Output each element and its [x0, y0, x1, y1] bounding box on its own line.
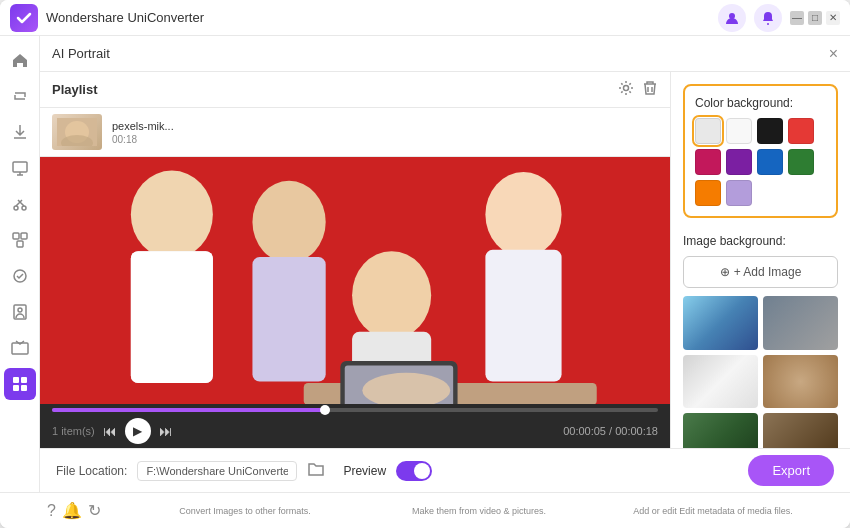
svg-point-3 [14, 206, 18, 210]
image-background-label: Image background: [683, 234, 838, 248]
progress-bar[interactable] [52, 408, 658, 412]
content-area: AI Portrait × Playlist [40, 36, 850, 492]
video-frame [40, 157, 670, 404]
add-image-label: + Add Image [734, 265, 802, 279]
bg-images-grid [683, 296, 838, 448]
progress-fill [52, 408, 325, 412]
sidebar-item-home[interactable] [4, 44, 36, 76]
user-icon-btn[interactable] [718, 4, 746, 32]
panel-header: AI Portrait × [40, 36, 850, 72]
svg-rect-12 [13, 377, 19, 383]
color-background-section: Color background: [683, 84, 838, 218]
bg-image-1[interactable] [683, 296, 758, 350]
add-image-button[interactable]: ⊕ + Add Image [683, 256, 838, 288]
progress-handle[interactable] [320, 405, 330, 415]
panel-close-button[interactable]: × [829, 45, 838, 63]
bg-image-6[interactable] [763, 413, 838, 448]
close-button[interactable]: ✕ [826, 11, 840, 25]
total-time: 00:00:18 [615, 425, 658, 437]
preview-toggle[interactable] [396, 461, 432, 481]
sidebar-item-cut[interactable] [4, 188, 36, 220]
color-swatch-purple[interactable] [726, 149, 752, 175]
panel-body: Playlist [40, 72, 850, 448]
toggle-knob [414, 463, 430, 479]
playlist-settings-icon[interactable] [618, 80, 634, 99]
folder-icon[interactable] [307, 460, 325, 482]
image-background-section: Image background: ⊕ + Add Image [683, 234, 838, 448]
sidebar-item-watermark[interactable] [4, 260, 36, 292]
bg-image-2[interactable] [763, 296, 838, 350]
footer-video-text: Make them from video & pictures. [412, 506, 546, 516]
help-icon[interactable]: ? [47, 502, 56, 520]
svg-rect-29 [485, 250, 561, 382]
bell-icon[interactable]: 🔔 [62, 501, 82, 520]
color-swatch-black[interactable] [757, 118, 783, 144]
color-swatch-dark-blue[interactable] [757, 149, 783, 175]
title-bar: Wondershare UniConverter — □ ✕ [0, 0, 850, 36]
sidebar-item-convert[interactable] [4, 80, 36, 112]
color-grid [695, 118, 826, 206]
list-item[interactable]: pexels-mik... 00:18 [40, 108, 670, 156]
right-panel: Color background: [670, 72, 850, 448]
playlist-header: Playlist [40, 72, 670, 108]
color-background-label: Color background: [695, 96, 826, 110]
next-button[interactable]: ⏭ [159, 423, 173, 439]
controls-row: 1 item(s) ⏮ ▶ ⏭ 00:00:05 / 00:00:18 [52, 418, 658, 444]
playlist-delete-icon[interactable] [642, 80, 658, 99]
panel-title: AI Portrait [52, 46, 829, 61]
app-footer: ? 🔔 ↻ Convert Images to other formats. M… [0, 492, 850, 528]
svg-rect-25 [252, 257, 325, 382]
svg-point-4 [22, 206, 26, 210]
bg-image-5[interactable] [683, 413, 758, 448]
sidebar-item-portrait[interactable] [4, 296, 36, 328]
playlist-item-name: pexels-mik... [112, 120, 658, 132]
sidebar-item-merge[interactable] [4, 224, 36, 256]
export-button[interactable]: Export [748, 455, 834, 486]
sidebar-item-download[interactable] [4, 116, 36, 148]
bg-image-3[interactable] [683, 355, 758, 409]
file-path-input[interactable] [137, 461, 297, 481]
current-time: 00:00:05 [563, 425, 606, 437]
sidebar-item-screen[interactable] [4, 152, 36, 184]
sidebar-item-tv[interactable] [4, 332, 36, 364]
playlist-item-info: pexels-mik... 00:18 [112, 120, 658, 145]
bottom-bar: File Location: Preview Export [40, 448, 850, 492]
play-button[interactable]: ▶ [125, 418, 151, 444]
video-preview: 1 item(s) ⏮ ▶ ⏭ 00:00:05 / 00:00:18 [40, 157, 670, 448]
file-location-label: File Location: [56, 464, 127, 478]
prev-button[interactable]: ⏮ [103, 423, 117, 439]
svg-point-16 [624, 86, 629, 91]
item-count: 1 item(s) [52, 425, 95, 437]
left-panel: Playlist [40, 72, 670, 448]
add-icon: ⊕ [720, 265, 730, 279]
playlist-title: Playlist [52, 82, 610, 97]
playlist-thumbnail [52, 114, 102, 150]
color-swatch-dark-green[interactable] [788, 149, 814, 175]
svg-point-1 [767, 23, 769, 25]
svg-point-21 [131, 171, 213, 259]
svg-rect-6 [21, 233, 27, 239]
svg-rect-15 [21, 385, 27, 391]
time-display: 00:00:05 / 00:00:18 [563, 425, 658, 437]
svg-point-28 [485, 172, 561, 257]
refresh-icon[interactable]: ↻ [88, 501, 101, 520]
minimize-button[interactable]: — [790, 11, 804, 25]
color-swatch-red[interactable] [788, 118, 814, 144]
color-swatch-dark-pink[interactable] [695, 149, 721, 175]
ai-portrait-panel: AI Portrait × Playlist [40, 36, 850, 448]
color-swatch-white[interactable] [726, 118, 752, 144]
maximize-button[interactable]: □ [808, 11, 822, 25]
bg-image-4[interactable] [763, 355, 838, 409]
preview-label: Preview [343, 464, 386, 478]
footer-item-convert: Convert Images to other formats. [145, 506, 345, 516]
color-swatch-orange[interactable] [695, 180, 721, 206]
footer-item-video: Make them from video & pictures. [379, 506, 579, 516]
svg-point-24 [252, 181, 325, 263]
svg-rect-13 [21, 377, 27, 383]
notification-icon-btn[interactable] [754, 4, 782, 32]
svg-rect-23 [131, 251, 213, 383]
sidebar-item-grid[interactable] [4, 368, 36, 400]
color-swatch-light-gray[interactable] [695, 118, 721, 144]
main-content: AI Portrait × Playlist [0, 36, 850, 492]
color-swatch-lavender[interactable] [726, 180, 752, 206]
